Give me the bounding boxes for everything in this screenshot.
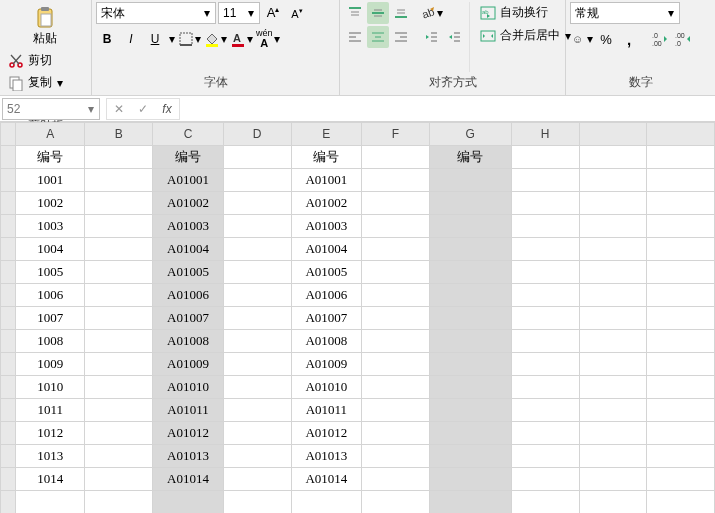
cell[interactable] <box>511 192 579 215</box>
cell[interactable] <box>430 169 512 192</box>
cell[interactable] <box>85 445 153 468</box>
accept-formula-button[interactable]: ✓ <box>131 99 155 119</box>
cell[interactable] <box>511 353 579 376</box>
font-name-combo[interactable]: 宋体 ▾ <box>96 2 216 24</box>
formula-input[interactable] <box>180 98 715 120</box>
cell[interactable] <box>430 238 512 261</box>
cell[interactable] <box>85 215 153 238</box>
cell[interactable]: A01012 <box>153 422 223 445</box>
cell[interactable]: 1009 <box>16 353 85 376</box>
cell[interactable] <box>430 353 512 376</box>
cell[interactable]: A01009 <box>153 353 223 376</box>
cell[interactable] <box>361 353 429 376</box>
cell[interactable]: 1012 <box>16 422 85 445</box>
cell[interactable]: A01005 <box>291 261 361 284</box>
row-header[interactable] <box>1 192 16 215</box>
cell[interactable] <box>223 399 291 422</box>
cell[interactable]: 1001 <box>16 169 85 192</box>
align-middle-button[interactable] <box>367 2 389 24</box>
cell[interactable] <box>85 330 153 353</box>
cell[interactable]: A01013 <box>153 445 223 468</box>
cell[interactable]: A01009 <box>291 353 361 376</box>
cell[interactable]: A01005 <box>153 261 223 284</box>
cell[interactable] <box>361 491 429 514</box>
cell[interactable] <box>361 284 429 307</box>
row-header[interactable] <box>1 445 16 468</box>
cell[interactable] <box>223 261 291 284</box>
cell[interactable]: 1002 <box>16 192 85 215</box>
cell[interactable] <box>579 422 647 445</box>
align-bottom-button[interactable] <box>390 2 412 24</box>
cell[interactable] <box>361 146 429 169</box>
cell[interactable]: A01001 <box>153 169 223 192</box>
cell[interactable] <box>511 422 579 445</box>
cell[interactable]: A01006 <box>153 284 223 307</box>
cell[interactable] <box>647 284 715 307</box>
cell[interactable]: A01003 <box>291 215 361 238</box>
cell[interactable] <box>85 353 153 376</box>
cell[interactable]: 1014 <box>16 468 85 491</box>
cell[interactable] <box>511 399 579 422</box>
cell[interactable] <box>647 261 715 284</box>
cell[interactable] <box>647 445 715 468</box>
cell[interactable] <box>223 284 291 307</box>
percent-button[interactable]: % <box>595 28 617 50</box>
cell[interactable] <box>647 169 715 192</box>
cell[interactable] <box>223 468 291 491</box>
cell[interactable] <box>430 284 512 307</box>
cell[interactable] <box>223 353 291 376</box>
row-header[interactable] <box>1 422 16 445</box>
row-header[interactable] <box>1 376 16 399</box>
cell[interactable]: A01010 <box>291 376 361 399</box>
cell[interactable] <box>430 261 512 284</box>
cell[interactable]: A01012 <box>291 422 361 445</box>
cell[interactable] <box>85 376 153 399</box>
cell[interactable] <box>430 491 512 514</box>
copy-button[interactable]: 复制 ▾ <box>4 72 87 93</box>
increase-decimal-button[interactable]: .0.00 <box>650 28 672 50</box>
row-header[interactable] <box>1 330 16 353</box>
cell[interactable] <box>511 376 579 399</box>
cell[interactable] <box>85 307 153 330</box>
cell[interactable]: A01011 <box>291 399 361 422</box>
cell[interactable] <box>361 422 429 445</box>
row-header[interactable] <box>1 353 16 376</box>
align-top-button[interactable] <box>344 2 366 24</box>
cell[interactable] <box>430 399 512 422</box>
cell[interactable] <box>579 146 647 169</box>
comma-button[interactable]: , <box>618 28 640 50</box>
cell[interactable]: A01004 <box>291 238 361 261</box>
col-header-C[interactable]: C <box>153 123 223 146</box>
merge-center-button[interactable]: 合并后居中 ▾ <box>476 25 576 46</box>
spreadsheet-grid[interactable]: ABCDEFGH编号编号编号编号1001A01001A010011002A010… <box>0 122 715 513</box>
row-header[interactable] <box>1 399 16 422</box>
cell[interactable] <box>85 169 153 192</box>
cell[interactable] <box>223 169 291 192</box>
cell[interactable] <box>153 491 223 514</box>
cell[interactable] <box>511 238 579 261</box>
cell[interactable]: A01014 <box>291 468 361 491</box>
row-header[interactable] <box>1 307 16 330</box>
cell[interactable] <box>85 422 153 445</box>
col-header-D[interactable]: D <box>223 123 291 146</box>
cell[interactable] <box>579 284 647 307</box>
cell[interactable] <box>361 330 429 353</box>
cell[interactable] <box>579 491 647 514</box>
cell[interactable] <box>511 307 579 330</box>
cell[interactable] <box>85 146 153 169</box>
cell[interactable] <box>579 468 647 491</box>
align-center-button[interactable] <box>367 26 389 48</box>
cell[interactable]: 1010 <box>16 376 85 399</box>
font-color-button[interactable]: A ▾ <box>230 28 254 50</box>
cell[interactable] <box>647 468 715 491</box>
cell[interactable]: A01007 <box>291 307 361 330</box>
cell[interactable] <box>647 330 715 353</box>
cell[interactable] <box>85 192 153 215</box>
italic-button[interactable]: I <box>120 28 142 50</box>
cell[interactable]: A01006 <box>291 284 361 307</box>
cell[interactable] <box>223 192 291 215</box>
cell[interactable]: 编号 <box>291 146 361 169</box>
select-all[interactable] <box>1 123 16 146</box>
row-header[interactable] <box>1 215 16 238</box>
paste-button[interactable]: 粘贴 <box>29 4 61 49</box>
